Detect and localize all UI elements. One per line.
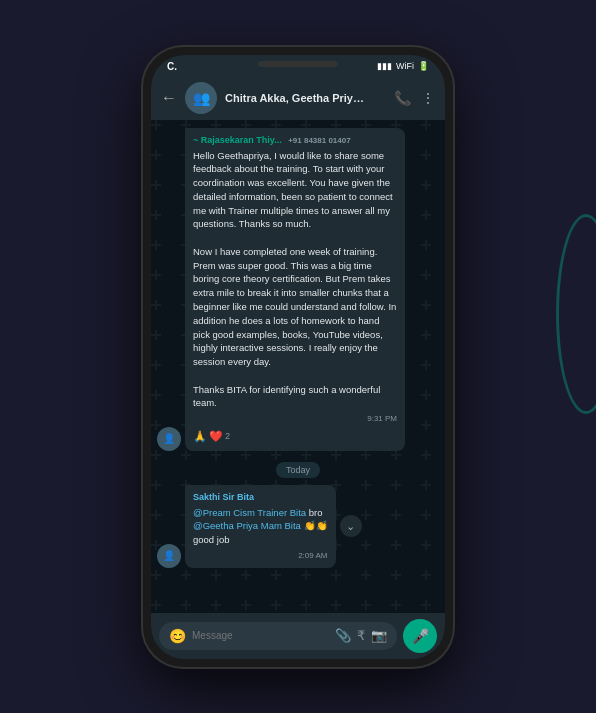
reaction-prayer: 🙏 (193, 429, 207, 445)
input-wrapper: 😊 📎 ₹ 📷 (159, 622, 397, 650)
call-icon[interactable]: 📞 (394, 90, 411, 106)
rupee-icon[interactable]: ₹ (357, 628, 365, 643)
signal-icon: ▮▮▮ (377, 61, 392, 71)
chat-header: ← 👥 Chitra Akka, Geetha Priya,... 📞 ⋮ (151, 76, 445, 120)
input-action-icons: 📎 ₹ 📷 (335, 628, 387, 643)
good-job-text: good job (193, 534, 229, 545)
header-actions: 📞 ⋮ (394, 90, 435, 106)
sender-name-1: ~ Rajasekaran Thiy... +91 84381 01407 (193, 134, 397, 147)
mention-pream: @Pream Cism Trainer Bita (193, 507, 306, 518)
message-text-1: Hello Geethapriya, I would like to share… (193, 149, 397, 411)
scroll-btn-area: ⌄ (340, 515, 362, 537)
message-avatar-1: 👤 (157, 427, 181, 451)
chat-body[interactable]: 👤 ~ Rajasekaran Thiy... +91 84381 01407 … (151, 120, 445, 613)
sender-phone-1: +91 84381 01407 (288, 136, 351, 145)
phone-screen: C. ▮▮▮ WiFi 🔋 ← 👥 Chitra Akka, Geetha Pr… (151, 55, 445, 659)
message-time-1: 9:31 PM (193, 413, 397, 425)
input-bar: 😊 📎 ₹ 📷 🎤 (151, 613, 445, 659)
scroll-down-button[interactable]: ⌄ (340, 515, 362, 537)
status-time: C. (167, 61, 177, 72)
group-avatar: 👥 (185, 82, 217, 114)
message-text-2: @Pream Cism Trainer Bita bro @Geetha Pri… (193, 506, 328, 547)
mic-icon: 🎤 (412, 628, 429, 644)
message-row-2: 👤 Sakthi Sir Bita @Pream Cism Trainer Bi… (157, 485, 439, 568)
emoji-button[interactable]: 😊 (169, 628, 186, 644)
attach-icon[interactable]: 📎 (335, 628, 351, 643)
date-divider: Today (157, 459, 439, 477)
battery-icon: 🔋 (418, 61, 429, 71)
decoration-curve (556, 214, 596, 414)
sender-name-2: Sakthi Sir Bita (193, 491, 328, 504)
message-input[interactable] (192, 630, 329, 641)
message-time-2: 2:09 AM (193, 550, 328, 562)
reaction-heart: ❤️ (209, 429, 223, 445)
reaction-count: 2 (225, 430, 230, 443)
header-info[interactable]: Chitra Akka, Geetha Priya,... (225, 92, 386, 104)
message-bubble-1: ~ Rajasekaran Thiy... +91 84381 01407 He… (185, 128, 405, 451)
phone-notch (258, 61, 338, 67)
wifi-icon: WiFi (396, 61, 414, 71)
message-reactions-1[interactable]: 🙏 ❤️ 2 (193, 429, 397, 445)
mention-geetha: @Geetha Priya Mam Bita (193, 520, 301, 531)
group-name: Chitra Akka, Geetha Priya,... (225, 92, 365, 104)
group-avatar-icon: 👥 (193, 90, 210, 106)
phone-frame: C. ▮▮▮ WiFi 🔋 ← 👥 Chitra Akka, Geetha Pr… (143, 47, 453, 667)
back-button[interactable]: ← (161, 89, 177, 107)
message-row-1: 👤 ~ Rajasekaran Thiy... +91 84381 01407 … (157, 128, 439, 451)
camera-icon[interactable]: 📷 (371, 628, 387, 643)
menu-icon[interactable]: ⋮ (421, 90, 435, 106)
message-avatar-2: 👤 (157, 544, 181, 568)
message-bubble-2: Sakthi Sir Bita @Pream Cism Trainer Bita… (185, 485, 336, 568)
mic-button[interactable]: 🎤 (403, 619, 437, 653)
status-icons: ▮▮▮ WiFi 🔋 (377, 61, 429, 71)
